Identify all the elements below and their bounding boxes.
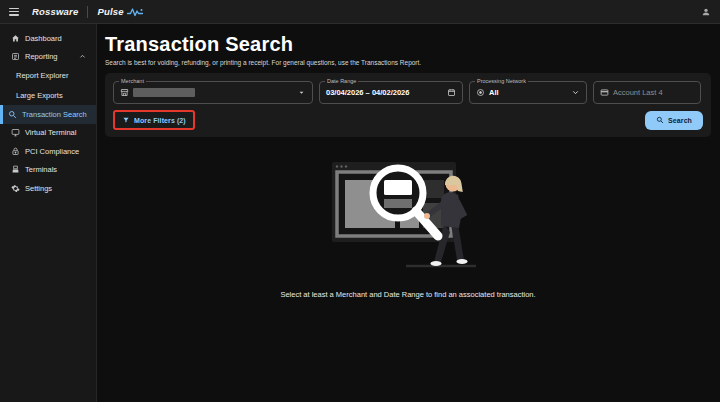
processing-network-label: Processing Network [475, 78, 528, 84]
pulse-waveform-icon [127, 7, 143, 17]
chevron-down-icon[interactable] [571, 88, 580, 97]
sidebar-item-pci-compliance[interactable]: PCI Compliance [0, 142, 96, 161]
more-filters-button[interactable]: More Filters (2) [117, 113, 191, 127]
sidebar-item-transaction-search[interactable]: Transaction Search [0, 105, 96, 124]
sidebar-item-large-exports[interactable]: Large Exports [0, 86, 96, 106]
page-title: Transaction Search [105, 33, 711, 56]
processing-network-value: All [489, 88, 499, 97]
store-icon [120, 88, 129, 97]
topbar-divider [87, 6, 88, 18]
date-range-value: 03/04/2026 – 04/02/2026 [326, 88, 409, 97]
filter-icon [122, 116, 130, 124]
merchant-label: Merchant [119, 78, 146, 84]
main-content: Transaction Search Search is best for vo… [97, 24, 720, 402]
report-icon [11, 52, 20, 61]
gear-icon [11, 184, 20, 193]
sidebar-item-terminals[interactable]: Terminals [0, 161, 96, 180]
network-globe-icon [476, 88, 485, 97]
sidebar-item-report-explorer[interactable]: Report Explorer [0, 66, 96, 86]
sidebar-item-label: Large Exports [16, 91, 63, 100]
date-range-input[interactable]: Date Range 03/04/2026 – 04/02/2026 [319, 81, 463, 104]
brand-logo: Rossware [32, 6, 78, 17]
sidebar-item-label: Dashboard [25, 34, 62, 43]
processing-network-select[interactable]: Processing Network All [469, 81, 587, 104]
click-annotation-highlight: More Filters (2) [113, 110, 195, 130]
monitor-icon [11, 128, 20, 137]
search-icon [8, 110, 17, 119]
sidebar-item-virtual-terminal[interactable]: Virtual Terminal [0, 124, 96, 143]
sidebar-item-label: Transaction Search [22, 110, 87, 119]
sidebar-item-reporting[interactable]: Reporting [0, 48, 96, 67]
lock-icon [11, 147, 20, 156]
menu-icon[interactable] [9, 8, 19, 16]
home-icon [11, 34, 20, 43]
dropdown-arrow-icon[interactable] [297, 88, 306, 97]
sidebar-item-label: Report Explorer [16, 71, 69, 80]
merchant-value-redacted [133, 88, 195, 97]
page-subtitle: Search is best for voiding, refunding, o… [105, 59, 711, 66]
search-illustration [324, 152, 492, 274]
sidebar-item-label: Settings [25, 184, 52, 193]
date-range-label: Date Range [325, 78, 358, 84]
account-last4-placeholder: Account Last 4 [613, 88, 663, 97]
user-account-icon[interactable] [701, 7, 711, 17]
sidebar-item-label: Terminals [25, 165, 57, 174]
merchant-select[interactable]: Merchant [113, 81, 313, 104]
sidebar-item-label: Reporting [25, 52, 58, 61]
product-name: Pulse [97, 6, 123, 17]
sidebar-item-label: PCI Compliance [25, 147, 79, 156]
sidebar-item-label: Virtual Terminal [25, 128, 76, 137]
calendar-icon[interactable] [447, 88, 456, 97]
search-icon [656, 116, 664, 124]
sidebar-item-settings[interactable]: Settings [0, 179, 96, 198]
empty-state: Select at least a Merchant and Date Rang… [105, 152, 711, 299]
terminal-icon [11, 165, 20, 174]
empty-state-text: Select at least a Merchant and Date Rang… [105, 290, 711, 299]
account-last4-input[interactable]: Account Last 4 [593, 81, 701, 104]
sidebar-item-dashboard[interactable]: Dashboard [0, 29, 96, 48]
search-button[interactable]: Search [645, 111, 703, 130]
sidebar: Dashboard Reporting Report Explorer Larg… [0, 24, 97, 402]
topbar: Rossware Pulse [0, 0, 720, 24]
chevron-up-icon[interactable] [79, 53, 86, 60]
credit-card-icon [600, 88, 609, 97]
filter-panel: Merchant Date Range 03/04/2026 – 04/02/2… [105, 73, 711, 137]
